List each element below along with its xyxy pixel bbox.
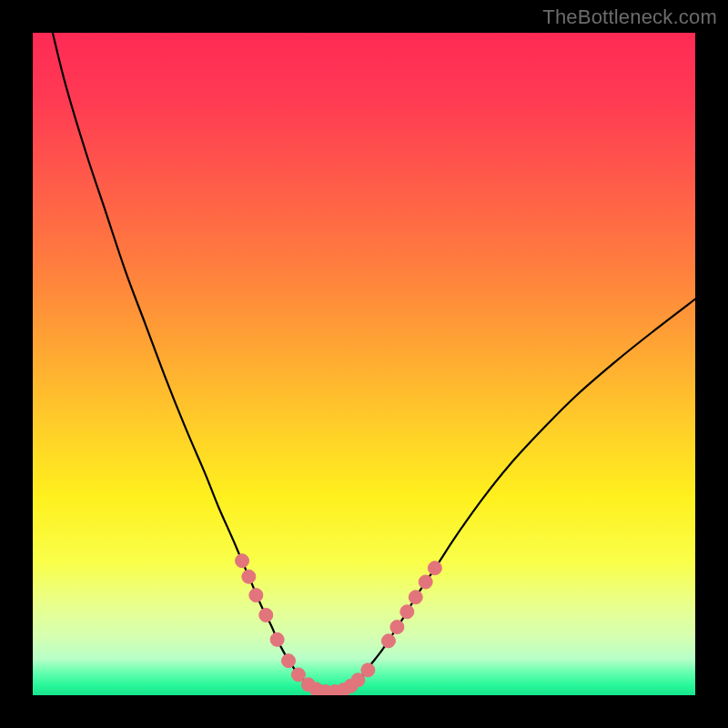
dot (259, 608, 273, 622)
dot (381, 634, 395, 648)
dot (242, 570, 256, 583)
dot (390, 621, 404, 634)
dot (270, 632, 284, 646)
stage: TheBottleneck.com (0, 0, 728, 728)
dot (282, 654, 296, 668)
dot (428, 561, 441, 575)
dot (400, 605, 414, 619)
watermark-text: TheBottleneck.com (542, 5, 717, 29)
dot (249, 589, 263, 602)
dot (361, 663, 375, 677)
bottleneck-chart (33, 33, 695, 695)
dot (419, 575, 432, 589)
dot (351, 673, 365, 687)
dot (291, 668, 305, 682)
dot (409, 591, 422, 604)
chart-background (33, 33, 695, 695)
dot (236, 554, 249, 568)
